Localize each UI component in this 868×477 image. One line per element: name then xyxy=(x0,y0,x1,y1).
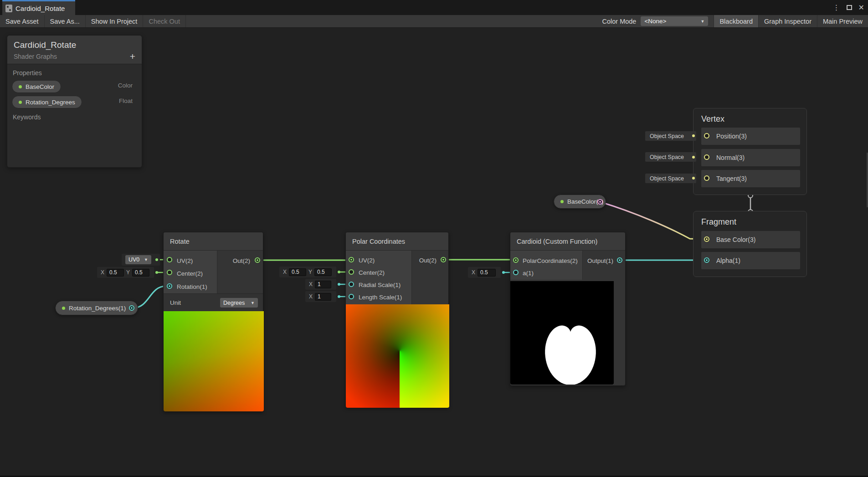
cardioid-shape xyxy=(545,326,596,385)
stub-dot xyxy=(338,295,340,298)
position-port[interactable] xyxy=(704,133,709,138)
rotate-preview xyxy=(164,311,264,411)
stub-dot xyxy=(155,271,158,274)
polar-node-title[interactable]: Polar Coordinates xyxy=(346,232,448,251)
rotate-out-port[interactable] xyxy=(255,257,260,263)
alpha-row[interactable]: Alpha(1) xyxy=(701,252,800,269)
stub-dot xyxy=(692,134,695,137)
stub-dot xyxy=(338,271,340,273)
position-row[interactable]: Position(3) xyxy=(701,128,800,145)
vertex-block[interactable]: Vertex Position(3) Normal(3) Tangent(3) xyxy=(693,108,807,195)
center-y-field[interactable]: 0.5 xyxy=(314,268,332,276)
cardioid-node-title[interactable]: Cardioid (Custom Function) xyxy=(510,232,625,251)
alpha-port[interactable] xyxy=(704,257,709,263)
length-scale-widget: X 1 xyxy=(305,291,336,302)
rotation-degrees-property-node[interactable]: Rotation_Degrees(1) xyxy=(55,301,138,315)
center-x-field[interactable]: 0.5 xyxy=(107,269,124,277)
normal-space-dropdown[interactable]: Object Space xyxy=(645,152,696,162)
vertex-title: Vertex xyxy=(693,108,806,124)
polar-radial-scale-port[interactable] xyxy=(349,282,354,287)
rotate-uv-port[interactable] xyxy=(167,257,172,262)
exposed-dot-icon xyxy=(62,307,65,310)
base-color-port[interactable] xyxy=(704,236,709,242)
polar-center-port[interactable] xyxy=(349,269,354,275)
cardioid-a-widget: X 0.5 xyxy=(468,267,501,278)
polar-coordinates-node[interactable]: Polar Coordinates UV(2) Center(2) Radial… xyxy=(345,232,449,407)
rotate-node-title[interactable]: Rotate xyxy=(164,232,263,251)
tangent-port[interactable] xyxy=(704,175,709,181)
shader-graph-window: Cardioid_Rotate ⋮ ✕ Save Asset Save As..… xyxy=(0,0,868,477)
stub-dot xyxy=(502,271,505,274)
normal-row[interactable]: Normal(3) xyxy=(701,149,800,166)
stub-dot xyxy=(692,156,695,159)
exposed-dot-icon xyxy=(560,200,564,203)
base-color-row[interactable]: Base Color(3) xyxy=(701,231,800,248)
polar-center-widget: X 0.5 Y 0.5 xyxy=(279,267,336,277)
radial-scale-widget: X 1 xyxy=(305,279,336,290)
fragment-title: Fragment xyxy=(693,211,806,227)
polar-preview xyxy=(346,304,449,408)
chevron-down-icon: ▼ xyxy=(251,301,255,305)
stub-dot xyxy=(155,258,158,261)
uv-channel-dropdown[interactable]: UV0 ▼ xyxy=(125,255,151,264)
center-x-field[interactable]: 0.5 xyxy=(289,268,306,276)
cardioid-polarcoordinates-port[interactable] xyxy=(513,257,519,263)
rotate-rotation-port[interactable] xyxy=(167,283,172,289)
rotation-degrees-out-port[interactable] xyxy=(129,305,134,311)
a-value-field[interactable]: 0.5 xyxy=(478,269,496,277)
tangent-row[interactable]: Tangent(3) xyxy=(701,170,800,187)
rotate-node[interactable]: Rotate UV(2) Center(2) Rotation(1) Out(2… xyxy=(163,232,263,411)
polar-uv-port[interactable] xyxy=(349,257,354,262)
normal-port[interactable] xyxy=(704,154,709,160)
chevron-down-icon: ▼ xyxy=(144,257,148,262)
uv-channel-widget: UV0 ▼ xyxy=(122,254,160,266)
cardioid-a-port[interactable] xyxy=(513,270,519,275)
basecolor-out-port[interactable] xyxy=(597,199,603,205)
cardioid-node[interactable]: Cardioid (Custom Function) PolarCoordina… xyxy=(510,232,626,386)
rotate-center-port[interactable] xyxy=(167,270,172,275)
cardioid-preview xyxy=(510,281,614,385)
rotate-center-widget: X 0.5 Y 0.5 xyxy=(97,267,154,278)
length-scale-field[interactable]: 1 xyxy=(315,293,331,301)
radial-scale-field[interactable]: 1 xyxy=(315,281,331,288)
unit-dropdown[interactable]: Degrees ▼ xyxy=(220,298,258,308)
fragment-block[interactable]: Fragment Base Color(3) Alpha(1) xyxy=(693,211,807,277)
unit-label: Unit xyxy=(170,299,181,306)
polar-out-port[interactable] xyxy=(441,257,446,262)
tangent-space-dropdown[interactable]: Object Space xyxy=(645,174,696,183)
position-space-dropdown[interactable]: Object Space xyxy=(645,131,696,141)
stub-dot xyxy=(338,283,340,286)
stub-dot xyxy=(692,177,695,180)
polar-length-scale-port[interactable] xyxy=(349,294,354,299)
cardioid-output-port[interactable] xyxy=(617,257,622,263)
center-y-field[interactable]: 0.5 xyxy=(132,269,149,277)
